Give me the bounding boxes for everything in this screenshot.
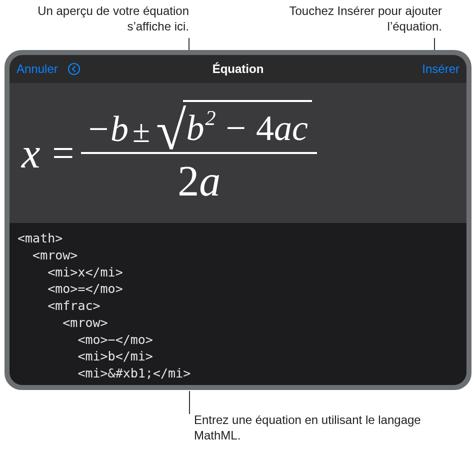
eq-plusminus: ± [128, 113, 154, 150]
eq-rad-a: a [274, 108, 292, 149]
toolbar: Annuler Équation Insérer [10, 55, 466, 83]
eq-rad-minus: − [226, 108, 246, 149]
callout-editor: Entrez une équation en utilisant le lang… [194, 412, 454, 443]
eq-rad-4: 4 [256, 108, 274, 149]
eq-num-minus: − [86, 108, 110, 150]
eq-den-2: 2 [178, 156, 199, 206]
eq-rad-exp: 2 [205, 106, 216, 130]
svg-point-0 [68, 64, 80, 74]
eq-num-b: b [110, 108, 128, 150]
eq-equals: = [52, 130, 74, 176]
radical-icon: √ [156, 112, 186, 150]
equation-dialog-frame: Annuler Équation Insérer x = − [4, 50, 472, 390]
insert-button[interactable]: Insérer [422, 62, 460, 76]
callout-insert: Touchez Insérer pour ajouter l’équation. [272, 3, 442, 34]
eq-rad-c: c [292, 108, 308, 149]
undo-icon[interactable] [67, 62, 81, 76]
mathml-editor[interactable]: <math> <mrow> <mi>x</mi> <mo>=</mo> <mfr… [10, 223, 466, 385]
callout-preview: Un aperçu de votre équation s’affiche ic… [9, 3, 189, 34]
eq-den-a: a [199, 156, 220, 206]
eq-rad-b: b [186, 108, 204, 149]
callout-line [189, 391, 190, 414]
eq-sqrt: √ b 2 − 4 a c [156, 100, 312, 150]
equation-preview: x = − b ± √ b 2 − [10, 83, 466, 223]
cancel-button[interactable]: Annuler [16, 62, 58, 76]
eq-fraction: − b ± √ b 2 − 4 a [81, 100, 317, 206]
eq-lhs: x [22, 129, 40, 178]
equation-dialog: Annuler Équation Insérer x = − [10, 55, 466, 385]
